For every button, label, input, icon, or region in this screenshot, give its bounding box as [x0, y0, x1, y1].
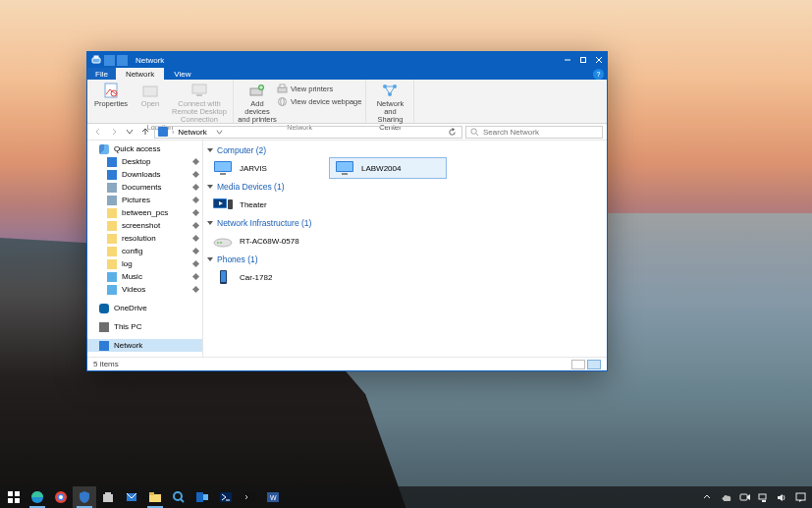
svg-point-20: [471, 128, 476, 133]
svg-rect-14: [280, 85, 285, 87]
svg-rect-13: [278, 87, 287, 92]
sharing-center-icon: [381, 82, 399, 99]
qat-btn-2[interactable]: [117, 55, 128, 66]
status-text: 5 items: [93, 360, 119, 368]
view-tiles-button[interactable]: [587, 360, 601, 369]
item-router[interactable]: RT-AC68W-0578: [207, 230, 325, 252]
nav-onedrive[interactable]: OneDrive: [87, 302, 202, 314]
maximize-button[interactable]: [575, 52, 591, 68]
content-pane[interactable]: Computer (2) JARVIS LABW2004 Media Devic…: [203, 141, 607, 357]
address-history[interactable]: [213, 126, 226, 139]
tab-network[interactable]: Network: [116, 68, 164, 80]
tray-meetnow-icon[interactable]: [739, 492, 750, 503]
tray[interactable]: [702, 492, 810, 503]
taskbar-find[interactable]: [167, 486, 190, 508]
nav-pictures[interactable]: Pictures: [87, 194, 202, 206]
nav-resolution[interactable]: resolution: [87, 232, 202, 245]
tray-onedrive-icon[interactable]: [721, 492, 731, 503]
nav-downloads[interactable]: Downloads: [87, 168, 202, 181]
pictures-icon: [107, 196, 117, 205]
search-box[interactable]: [465, 126, 603, 139]
folder-icon: [107, 247, 117, 256]
nav-up[interactable]: [138, 126, 151, 139]
nav-screenshot[interactable]: screenshot: [87, 219, 202, 232]
taskbar-powershell[interactable]: [214, 486, 238, 508]
svg-rect-44: [103, 494, 113, 502]
tray-overflow[interactable]: [702, 492, 713, 503]
nav-between-pcs[interactable]: between_pcs: [87, 206, 202, 219]
taskbar-word[interactable]: W: [261, 486, 285, 508]
nav-recent[interactable]: [123, 126, 135, 139]
svg-rect-9: [192, 85, 206, 93]
address-bar[interactable]: › Network: [154, 126, 462, 139]
help-button[interactable]: ?: [593, 69, 604, 80]
taskbar-security[interactable]: [73, 486, 96, 508]
sharing-center-button[interactable]: Network and Sharing Center: [370, 81, 409, 132]
tray-action-center-icon[interactable]: [795, 492, 806, 503]
taskbar-explorer[interactable]: [143, 486, 167, 508]
taskbar-store[interactable]: [96, 486, 120, 508]
properties-button[interactable]: Properties: [91, 81, 131, 124]
nav-log[interactable]: log: [87, 257, 202, 270]
taskbar-outlook[interactable]: [190, 486, 214, 508]
svg-point-43: [59, 495, 63, 499]
app-icon: [90, 54, 102, 66]
nav-desktop[interactable]: Desktop: [87, 155, 202, 168]
svg-rect-58: [759, 494, 766, 499]
item-computer[interactable]: JARVIS: [207, 157, 325, 179]
folder-icon: [107, 221, 117, 231]
open-button: Open: [131, 81, 170, 124]
nav-pane[interactable]: Quick access Desktop Downloads Documents…: [87, 141, 203, 357]
close-button[interactable]: [591, 52, 607, 68]
explorer-window: Network File Network View ? Properties O…: [86, 51, 608, 371]
nav-videos[interactable]: Videos: [87, 283, 202, 296]
nav-documents[interactable]: Documents: [87, 181, 202, 194]
qat-btn-1[interactable]: [104, 55, 115, 66]
taskbar-chrome[interactable]: [49, 486, 73, 508]
tab-file[interactable]: File: [87, 68, 116, 80]
taskbar-mail[interactable]: [120, 486, 143, 508]
search-input[interactable]: [483, 128, 598, 137]
group-computer[interactable]: Computer (2): [207, 145, 603, 155]
group-phones[interactable]: Phones (1): [207, 254, 603, 264]
group-media[interactable]: Media Devices (1): [207, 182, 603, 192]
group-infra[interactable]: Network Infrastructure (1): [207, 218, 603, 228]
nav-quick-access[interactable]: Quick access: [87, 142, 202, 155]
tray-volume-icon[interactable]: [777, 492, 787, 503]
taskbar-edge[interactable]: [26, 486, 49, 508]
nav-music[interactable]: Music: [87, 270, 202, 283]
titlebar[interactable]: Network: [87, 52, 607, 68]
tray-network-icon[interactable]: [758, 492, 769, 503]
router-icon: [212, 233, 234, 249]
item-computer[interactable]: LABW2004: [329, 157, 447, 179]
item-phone[interactable]: Car-1782: [207, 266, 325, 288]
nav-back: [91, 126, 104, 139]
nav-this-pc[interactable]: This PC: [87, 320, 202, 333]
nav-config[interactable]: config: [87, 245, 202, 257]
taskbar-terminal[interactable]: [238, 486, 261, 508]
pc-icon: [99, 322, 109, 332]
chevron-down-icon: [207, 221, 213, 225]
taskbar[interactable]: W: [0, 486, 812, 508]
address-bar-row: › Network: [87, 124, 607, 141]
svg-rect-54: [244, 492, 255, 502]
nav-forward: [107, 126, 120, 139]
view-details-button[interactable]: [571, 360, 585, 369]
start-button[interactable]: [2, 486, 26, 508]
svg-point-33: [220, 242, 222, 244]
chevron-down-icon: [207, 257, 213, 261]
tab-view[interactable]: View: [164, 68, 200, 80]
refresh-button[interactable]: [446, 126, 459, 139]
search-icon: [470, 128, 479, 137]
breadcrumb[interactable]: Network: [178, 128, 206, 137]
rdp-button: Connect with Remote Desktop Connection: [170, 81, 229, 124]
svg-rect-47: [149, 494, 161, 502]
add-devices-button[interactable]: Add devices and printers: [238, 81, 277, 124]
rdp-icon: [190, 82, 208, 99]
folder-icon: [107, 208, 117, 218]
svg-rect-26: [337, 162, 352, 171]
minimize-button[interactable]: [560, 52, 575, 68]
item-media[interactable]: Theater: [207, 194, 325, 215]
nav-network[interactable]: Network: [87, 339, 202, 352]
svg-rect-45: [105, 492, 111, 495]
